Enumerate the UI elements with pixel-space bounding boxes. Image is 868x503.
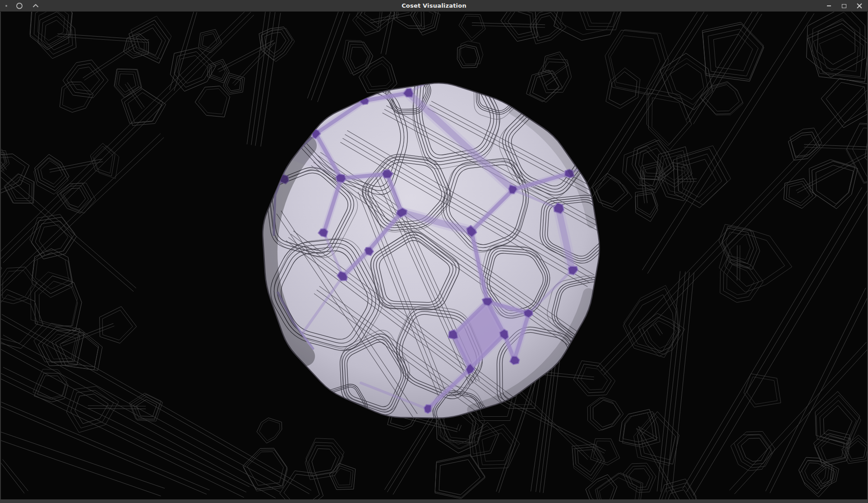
minimize-button[interactable] xyxy=(825,2,833,10)
coset-3d-viewport[interactable] xyxy=(0,12,868,499)
window-bottom-border xyxy=(0,499,868,503)
titlebar-left-icons xyxy=(0,0,40,12)
maximize-button[interactable] xyxy=(840,2,848,10)
close-button[interactable] xyxy=(855,2,863,10)
window-titlebar[interactable]: Coset Visualization xyxy=(0,0,868,12)
window-controls xyxy=(825,0,868,12)
circle-icon[interactable] xyxy=(15,2,23,10)
chevron-up-icon[interactable] xyxy=(32,2,40,10)
window-title: Coset Visualization xyxy=(0,0,868,12)
dot-icon xyxy=(5,5,7,7)
window-left-border xyxy=(0,12,1,499)
app-window: Coset Visualization xyxy=(0,0,868,503)
